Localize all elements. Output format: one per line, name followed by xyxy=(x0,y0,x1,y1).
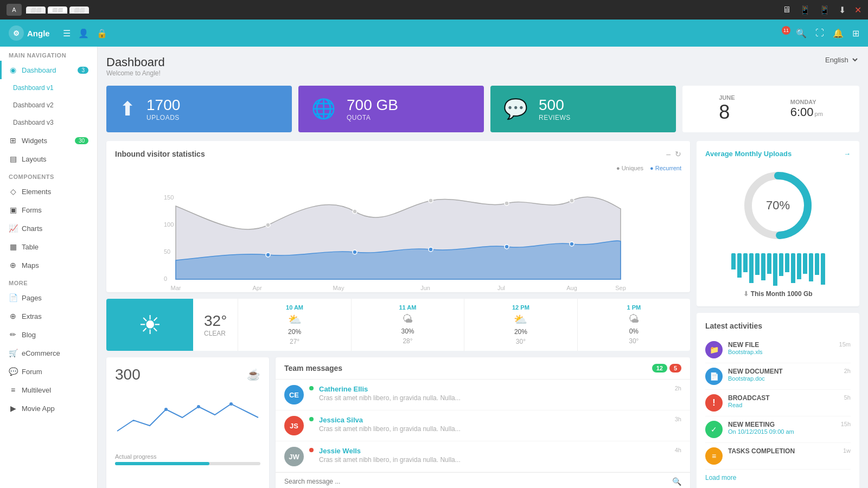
uploads-value: 1700 xyxy=(146,97,180,114)
sidebar-item-layouts[interactable]: ▤ Layouts xyxy=(0,150,97,168)
os-tab-1[interactable]: ⬜⬜ xyxy=(26,7,46,14)
msg-name-3[interactable]: Jessie Wells xyxy=(319,447,669,455)
msg-search-input[interactable] xyxy=(284,478,672,485)
os-tab-2[interactable]: ⬜⬜ xyxy=(48,7,67,14)
menu-icon[interactable]: ☰ xyxy=(63,28,71,38)
os-tab-3[interactable]: ⬜⬜ xyxy=(69,7,89,14)
legend-uniques: ● Uniques xyxy=(616,165,643,171)
svg-text:50: 50 xyxy=(164,248,170,255)
phone-icon[interactable]: 📱 xyxy=(819,5,830,15)
sidebar-item-forms[interactable]: ▣ Forms xyxy=(0,201,97,219)
mini-chart-value: 300 xyxy=(115,366,141,383)
refresh-icon[interactable]: ↻ xyxy=(675,150,681,158)
sidebar-label-dashboard: Dashboard xyxy=(22,66,56,74)
activity-item-2: 📄 NEW DOCUMENT Bootstrap.doc 2h xyxy=(705,363,851,390)
msg-name-2[interactable]: Jessica Silva xyxy=(319,416,669,424)
this-month-label: ⬇ This Month 1000 Gb xyxy=(705,290,851,298)
msg-text-1: Cras sit amet nibh libero, in gravida nu… xyxy=(319,394,536,402)
sidebar: Main Navigation ◉ Dashboard 3 Dashboard … xyxy=(0,47,98,488)
svg-point-11 xyxy=(429,247,433,252)
date-day: 8 xyxy=(719,101,735,124)
sidebar-item-pages[interactable]: 📄 Pages xyxy=(0,288,97,307)
weather-icon-4: 🌤 xyxy=(628,313,639,325)
msg-name-1[interactable]: Catherine Ellis xyxy=(319,385,669,393)
activity-type-1: NEW FILE xyxy=(728,341,834,349)
sidebar-label-extras: Extras xyxy=(22,312,42,320)
sidebar-item-dashboard-v3[interactable]: Dashboard v3 xyxy=(0,114,97,131)
activity-content-2: NEW DOCUMENT Bootstrap.doc xyxy=(728,368,839,382)
svg-point-6 xyxy=(429,198,433,203)
forum-icon: 💬 xyxy=(9,367,17,376)
weather-forecast: 10 AM ⛅ 20% 27° 11 AM 🌤 30% 28° 12 xyxy=(238,299,690,351)
activity-content-1: NEW FILE Bootstrap.xls xyxy=(728,341,834,355)
user-icon[interactable]: 👤 xyxy=(78,28,89,38)
status-dot-2 xyxy=(309,417,314,421)
activity-sub-1: Bootstrap.xls xyxy=(728,349,834,355)
weather-hour-12pm: 12 PM ⛅ 20% 30° xyxy=(464,299,577,351)
activities-card: Latest activities 📁 NEW FILE Bootstrap.x… xyxy=(697,313,859,488)
weather-row: ☀ 32° CLEAR 10 AM ⛅ 20% 27° xyxy=(106,299,690,351)
monitor-icon[interactable]: 🖥 xyxy=(782,5,791,15)
msg-text-3: Cras sit amet nibh libero, in gravida nu… xyxy=(319,456,536,464)
chat-icon: 💬 xyxy=(503,98,528,120)
sidebar-item-table[interactable]: ▦ Table xyxy=(0,237,97,256)
sidebar-item-widgets[interactable]: ⊞ Widgets 30 xyxy=(0,131,97,150)
language-select[interactable]: English Spanish xyxy=(823,55,859,65)
minimize-icon[interactable]: – xyxy=(666,150,671,158)
weather-icon-2: 🌤 xyxy=(402,313,413,325)
layouts-icon: ▤ xyxy=(9,155,17,163)
lock-icon[interactable]: 🔒 xyxy=(97,28,107,38)
mini-chart-card: 300 ☕ Actual progress xyxy=(106,357,269,488)
svg-point-22 xyxy=(197,405,200,408)
search-icon[interactable]: 🔍 xyxy=(672,477,681,486)
svg-text:May: May xyxy=(333,285,344,291)
visitor-chart-header: Inbound visitor statistics – ↻ xyxy=(115,150,681,158)
elements-icon: ◇ xyxy=(9,187,17,196)
download-icon[interactable]: ⬇ xyxy=(839,5,846,15)
load-more-link[interactable]: Load more xyxy=(705,474,851,481)
quota-value: 700 GB xyxy=(347,97,398,114)
svg-point-21 xyxy=(164,408,168,411)
header-right: 🔍 ⛶ 🔔 11 ⊞ xyxy=(796,28,859,38)
sidebar-item-movieapp[interactable]: ▶ Movie App xyxy=(0,399,97,418)
sidebar-label-forum: Forum xyxy=(22,368,42,376)
sidebar-item-blog[interactable]: ✏ Blog xyxy=(0,325,97,344)
date-dow: MONDAY xyxy=(790,99,823,105)
main-two-col: Inbound visitor statistics – ↻ ● Uniques… xyxy=(106,141,859,488)
msg-time-3: 4h xyxy=(675,447,681,453)
sidebar-item-dashboard-v1[interactable]: Dashboard v1 xyxy=(0,79,97,97)
team-messages-card: Team messages 12 5 CE Catheri xyxy=(276,357,690,488)
grid-icon[interactable]: ⊞ xyxy=(852,28,859,38)
close-icon[interactable]: ✕ xyxy=(854,5,861,15)
search-icon[interactable]: 🔍 xyxy=(796,28,807,38)
expand-icon[interactable]: ⛶ xyxy=(815,28,824,38)
sidebar-item-dashboard-v2[interactable]: Dashboard v2 xyxy=(0,97,97,114)
sidebar-item-maps[interactable]: ⊕ Maps xyxy=(0,256,97,274)
activity-item-1: 📁 NEW FILE Bootstrap.xls 15m xyxy=(705,337,851,363)
sun-icon: ☀ xyxy=(138,310,162,340)
stat-quota-info: 700 GB QUOTA xyxy=(347,97,398,121)
sidebar-item-charts[interactable]: 📈 Charts xyxy=(0,219,97,237)
sidebar-item-extras[interactable]: ⊕ Extras xyxy=(0,307,97,325)
os-tabs: ⬜⬜ ⬜⬜ ⬜⬜ xyxy=(26,7,89,14)
notification-icon[interactable]: 🔔 11 xyxy=(833,28,844,38)
date-ampm: pm xyxy=(815,111,823,117)
os-bar-right: 🖥 📱 📱 ⬇ ✕ xyxy=(782,5,861,15)
upload-icon: ⬆ xyxy=(119,98,136,120)
activity-time-1: 15m xyxy=(839,341,851,348)
sidebar-item-forum[interactable]: 💬 Forum xyxy=(0,362,97,381)
svg-text:0: 0 xyxy=(164,275,167,282)
dashboard-icon: ◉ xyxy=(9,66,17,74)
progress-bar-fill xyxy=(115,462,209,465)
sidebar-item-multilevel[interactable]: ≡ Multilevel xyxy=(0,381,97,399)
sidebar-label-blog: Blog xyxy=(22,331,36,339)
donut-arrow-icon[interactable]: → xyxy=(844,150,851,158)
os-app-icon[interactable]: A xyxy=(7,4,22,16)
tablet-icon[interactable]: 📱 xyxy=(800,5,810,15)
sidebar-item-dashboard[interactable]: ◉ Dashboard 3 xyxy=(0,61,97,79)
sidebar-item-ecommerce[interactable]: 🛒 eCommerce xyxy=(0,344,97,362)
sidebar-item-elements[interactable]: ◇ Elements xyxy=(0,182,97,201)
weather-temp-box: 32° CLEAR xyxy=(193,299,238,351)
bar-10 xyxy=(785,253,789,272)
bar-13 xyxy=(803,253,807,274)
